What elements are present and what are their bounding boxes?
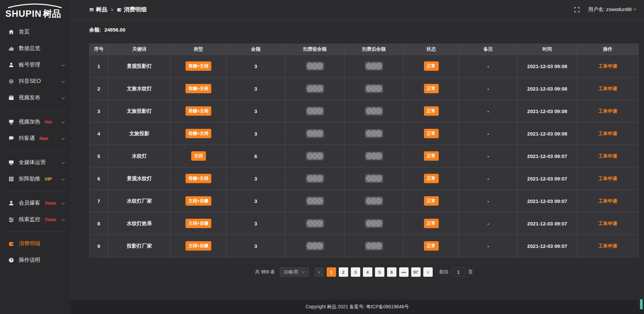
fullscreen-icon[interactable] [574,7,580,12]
page-button-1[interactable]: 1 [327,267,336,277]
page-ellipsis-button[interactable]: ••• [399,267,409,277]
top-header: 树品 > 消费明细 用户名: zswodun88 [70,0,644,19]
blurred-balance-before [307,130,323,137]
type-badge: 前缀+主词 [185,106,212,116]
page-size-select[interactable]: 10条/页 [280,267,309,277]
svg-text:?: ? [10,258,12,262]
blurred-balance-before [307,107,323,115]
work-order-link[interactable]: 工单申请 [598,198,617,204]
page-footer: Copyright 树品 2021 备案号: 粤ICP备09019646号 [70,300,644,314]
goto-page-input[interactable] [451,267,466,277]
type-badge: 前缀+主词 [185,84,212,93]
sidebar-item-label: 消费明细 [19,240,40,247]
scrollbar-thumb[interactable] [640,299,643,309]
page-button-97[interactable]: 97 [411,267,421,277]
col-action: 操作 [577,44,639,55]
dashboard-icon [89,7,94,12]
type-badge: 前缀+主词 [185,129,212,138]
status-badge: 正常 [424,241,439,251]
page-button-6[interactable]: 6 [387,267,396,277]
grid-icon [8,176,14,182]
sidebar-item-member-tools[interactable]: 会员爆客 Tools [0,195,70,211]
sidebar-item-label: 全媒体运营 [19,159,46,166]
cell-remark: - [459,167,518,190]
cell-keyword: 文旅水纹灯 [108,77,171,100]
table-row: 7水纹灯厂家主词+后缀3正常-2021-12-03 09:07工单申请 [90,190,639,212]
sidebar-item-consumption-detail[interactable]: 消费明细 [0,235,70,252]
blurred-balance-after [366,130,382,137]
tools-tag: Tools [45,201,56,206]
work-order-link[interactable]: 工单申请 [598,243,617,249]
sidebar-item-label: 抖音SEO [19,78,41,85]
vip-tag: VIP [45,176,52,181]
sidebar-item-data-overview[interactable]: 数据总览 [0,40,70,57]
cell-keyword: 文旅投影灯 [108,100,171,122]
prev-arrow-icon: ‹ [318,269,320,275]
sidebar-item-label: 线索监控 [19,216,40,223]
cell-amount: 3 [226,55,285,77]
page-button-4[interactable]: 4 [363,267,372,277]
sidebar-item-douyin-seo[interactable]: 抖音SEO [0,73,70,90]
cell-keyword: 水纹灯 [108,145,171,167]
sidebar-item-lead-monitor[interactable]: 线索监控 Tools [0,211,70,228]
cell-index: 7 [90,190,108,212]
work-order-link[interactable]: 工单申请 [598,221,617,226]
bar-chart-icon [8,46,14,52]
breadcrumb-home[interactable]: 树品 [89,6,107,13]
sidebar-item-video-publish[interactable]: 视频发布 [0,90,70,106]
chevron-down-icon [302,269,305,273]
sidebar-item-media-ops[interactable]: 全媒体运营 [0,154,70,171]
copyright-text: Copyright 树品 2021 备案号: 粤ICP备09019646号 [306,304,409,310]
cell-index: 5 [90,145,108,167]
goto-page: 前往 页 [439,267,473,277]
work-order-link[interactable]: 工单申请 [598,63,617,69]
blurred-balance-after [366,175,382,182]
member-icon [8,200,14,206]
cell-remark: - [459,77,518,100]
sidebar-item-instructions[interactable]: ? 操作说明 [0,252,70,268]
status-badge: 正常 [424,196,439,206]
sidebar-item-video-heat[interactable]: 视频加热 Hot [0,114,70,130]
app-logo[interactable]: SHUPIN树品 [0,0,70,20]
breadcrumb-current-label: 消费明细 [124,6,147,13]
col-type: 类型 [171,44,226,55]
type-badge: 主词+后缀 [185,241,212,251]
cell-time: 2021-12-03 09:08 [518,100,577,122]
sidebar-item-account-mgmt[interactable]: 账号管理 [0,57,70,73]
cell-index: 2 [90,77,108,100]
new-tag: New [39,136,48,141]
table-row: 2文旅水纹灯前缀+主词3正常-2021-12-03 09:08工单申请 [90,77,639,100]
page-button-5[interactable]: 5 [375,267,384,277]
cell-index: 1 [90,55,108,77]
chevron-down-icon [62,79,65,83]
sidebar-item-matrix-boost[interactable]: 矩阵助推 VIP [0,171,70,187]
blurred-balance-after [366,197,382,205]
sidebar-item-label: 抖客通 [19,135,35,142]
work-order-link[interactable]: 工单申请 [598,86,617,91]
sidebar-item-label: 操作说明 [19,257,40,264]
work-order-link[interactable]: 工单申请 [598,108,617,114]
cell-time: 2021-12-03 09:07 [518,235,577,257]
blurred-balance-before [307,85,323,92]
blurred-balance-before [307,220,323,227]
type-badge: 前缀+主词 [185,174,212,183]
page-button-3[interactable]: 3 [351,267,360,277]
sidebar-item-douketong[interactable]: 抖客通 New [0,130,70,147]
balance: 余额: 24856.00 [89,27,639,33]
work-order-link[interactable]: 工单申请 [598,153,617,159]
cell-keyword: 投影灯厂家 [108,235,171,257]
work-order-link[interactable]: 工单申请 [598,176,617,181]
prev-page-button[interactable]: ‹ [315,267,324,277]
col-balance-before: 扣费前余额 [285,44,344,55]
cell-keyword: 景观水纹灯 [108,167,171,190]
user-menu[interactable]: 用户名: zswodun88 [588,6,636,13]
sidebar-menu: 首页 数据总览 账号管理 抖音SEO 视频发布 视频加热 Hot [0,24,70,268]
sidebar-item-home[interactable]: 首页 [0,24,70,40]
work-order-link[interactable]: 工单申请 [598,131,617,136]
balance-label: 余额: [89,27,101,33]
sidebar-item-label: 矩阵助推 [19,175,40,182]
cell-amount: 3 [226,190,285,212]
blurred-balance-before [307,242,323,250]
next-page-button[interactable]: › [423,267,433,277]
page-button-2[interactable]: 2 [339,267,348,277]
